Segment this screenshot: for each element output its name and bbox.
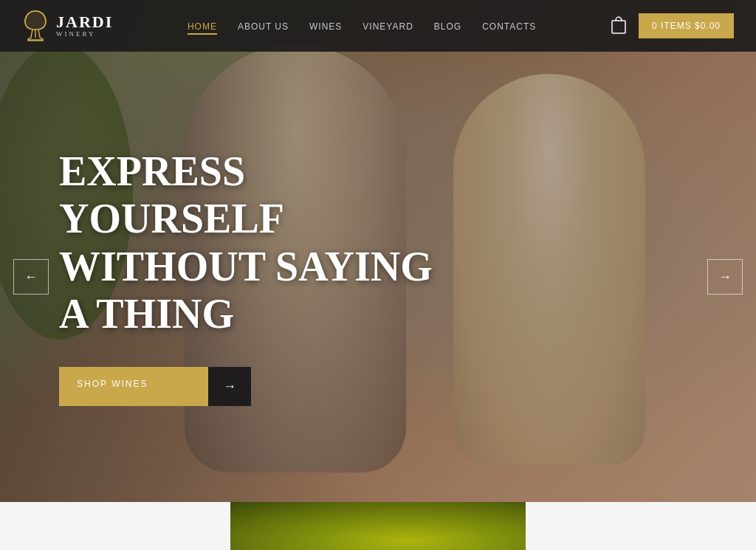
shop-wines-arrow-icon[interactable]: →: [208, 367, 251, 406]
cart-icon-button[interactable]: [611, 15, 627, 38]
nav-item-vineyard[interactable]: VINEYARD: [362, 19, 413, 32]
hero-section: EXPRESS YOURSELF WITHOUT SAYING A THING …: [0, 0, 756, 502]
arrow-left-icon: ←: [24, 269, 38, 285]
nav-link-vineyard[interactable]: VINEYARD: [362, 21, 413, 32]
bottom-image-thumbnail: [230, 502, 526, 550]
nav-list: HOME ABOUT US WINES VINEYARD BLOG CONTAC…: [188, 19, 536, 32]
nav-link-wines[interactable]: WINES: [309, 21, 342, 32]
shop-wines-label[interactable]: SHOP WINES: [59, 367, 208, 406]
shopping-bag-icon: [611, 15, 627, 34]
nav-item-contacts[interactable]: CONTACTS: [482, 19, 536, 32]
site-header: JARDI WINERY HOME ABOUT US WINES VINEYAR…: [0, 0, 756, 52]
bottom-section-preview: [0, 502, 756, 550]
logo-brand-name: JARDI: [56, 14, 113, 30]
hero-prev-button[interactable]: ←: [13, 259, 49, 295]
hero-next-button[interactable]: →: [707, 259, 743, 295]
main-navigation: HOME ABOUT US WINES VINEYARD BLOG CONTAC…: [188, 19, 536, 32]
nav-link-blog[interactable]: BLOG: [434, 21, 461, 32]
logo-subtitle: WINERY: [56, 30, 113, 38]
hero-headline: EXPRESS YOURSELF WITHOUT SAYING A THING: [59, 148, 443, 338]
svg-rect-2: [612, 21, 625, 33]
logo-icon: [22, 10, 49, 42]
grape-decoration: [230, 502, 526, 550]
cart-button[interactable]: 0 ITEMS $0.00: [639, 13, 734, 38]
nav-link-contacts[interactable]: CONTACTS: [482, 21, 536, 32]
nav-item-home[interactable]: HOME: [188, 19, 217, 32]
nav-item-wines[interactable]: WINES: [309, 19, 342, 32]
nav-link-home[interactable]: HOME: [188, 21, 217, 35]
hero-content: EXPRESS YOURSELF WITHOUT SAYING A THING …: [0, 0, 756, 502]
nav-link-about[interactable]: ABOUT US: [238, 21, 289, 32]
nav-item-blog[interactable]: BLOG: [434, 19, 461, 32]
shop-wines-button[interactable]: SHOP WINES →: [59, 367, 251, 406]
logo-text: JARDI WINERY: [56, 14, 113, 38]
hero-text-block: EXPRESS YOURSELF WITHOUT SAYING A THING …: [59, 148, 443, 407]
header-right: 0 ITEMS $0.00: [611, 13, 734, 38]
logo[interactable]: JARDI WINERY: [22, 10, 113, 42]
nav-item-about[interactable]: ABOUT US: [238, 19, 289, 32]
arrow-right-icon: →: [718, 269, 732, 285]
